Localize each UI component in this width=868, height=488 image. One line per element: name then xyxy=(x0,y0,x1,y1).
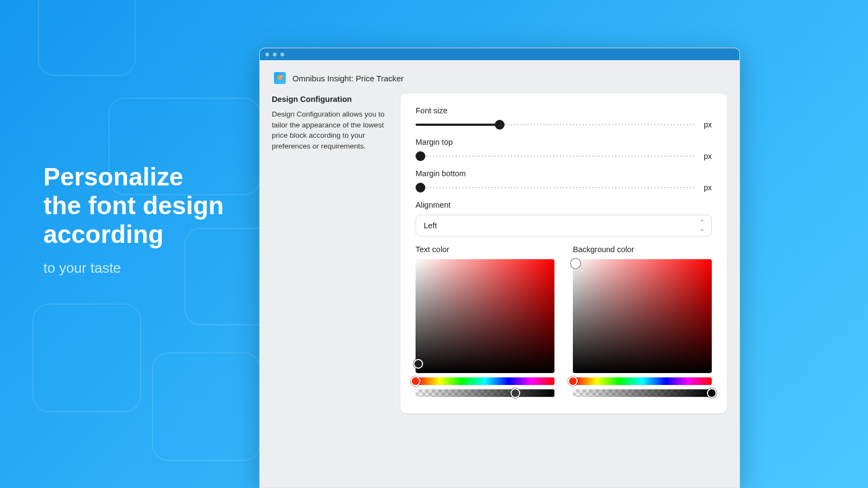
alignment-select[interactable]: Left ⌃⌄ xyxy=(416,215,712,236)
bg-color-field: Background color xyxy=(573,245,712,397)
bg-decor xyxy=(152,352,260,461)
text-color-field: Text color xyxy=(416,245,554,397)
chevron-updown-icon: ⌃⌄ xyxy=(699,219,704,232)
slider-thumb[interactable] xyxy=(416,183,425,192)
unit-label: px xyxy=(704,120,712,129)
hero-copy: Personalize the font design according to… xyxy=(43,163,224,277)
text-color-alpha[interactable] xyxy=(416,389,554,397)
alpha-thumb[interactable] xyxy=(510,388,520,398)
color-picker-thumb[interactable] xyxy=(413,359,423,369)
window-titlebar[interactable] xyxy=(260,48,739,60)
select-value: Left xyxy=(424,221,437,230)
field-label: Alignment xyxy=(416,201,712,209)
hero-line: according xyxy=(43,220,164,248)
section-description: Design Configuration allows you to tailo… xyxy=(272,109,390,151)
bg-color-saturation[interactable] xyxy=(573,259,712,373)
window-dot-close-icon[interactable] xyxy=(265,53,269,56)
app-header: Omnibus Insight: Price Tracker xyxy=(260,60,739,89)
margin-bottom-slider[interactable] xyxy=(416,183,696,192)
config-card: Font size px Margin top xyxy=(400,93,727,414)
hero-line: the font design xyxy=(43,191,224,220)
field-label: Margin top xyxy=(416,138,712,146)
margin-top-field: Margin top px xyxy=(416,138,712,160)
unit-label: px xyxy=(704,183,712,192)
color-picker-thumb[interactable] xyxy=(571,259,580,268)
app-title: Omnibus Insight: Price Tracker xyxy=(292,74,404,83)
slider-thumb[interactable] xyxy=(416,151,425,161)
hero-line: Personalize xyxy=(43,163,183,191)
price-tag-icon xyxy=(274,72,286,84)
section-heading: Design Configuration xyxy=(272,95,390,104)
field-label: Font size xyxy=(416,106,712,115)
unit-label: px xyxy=(704,152,712,160)
font-size-slider[interactable] xyxy=(416,120,696,129)
field-label: Text color xyxy=(416,245,554,254)
window-dot-min-icon[interactable] xyxy=(273,53,277,56)
slider-fill xyxy=(416,124,500,126)
bg-decor xyxy=(33,304,141,412)
slider-thumb[interactable] xyxy=(495,120,505,130)
side-column: Design Configuration Design Configuratio… xyxy=(272,93,390,414)
alpha-thumb[interactable] xyxy=(707,388,717,398)
hue-thumb[interactable] xyxy=(568,376,578,386)
alignment-field: Alignment Left ⌃⌄ xyxy=(416,201,712,236)
text-color-hue[interactable] xyxy=(416,377,554,385)
field-label: Margin bottom xyxy=(416,169,712,178)
hue-thumb[interactable] xyxy=(411,376,420,386)
text-color-saturation[interactable] xyxy=(416,259,554,373)
app-window: Omnibus Insight: Price Tracker Design Co… xyxy=(259,48,740,488)
window-dot-max-icon[interactable] xyxy=(280,53,284,56)
bg-color-hue[interactable] xyxy=(573,377,712,385)
margin-top-slider[interactable] xyxy=(416,152,696,160)
font-size-field: Font size px xyxy=(416,106,712,129)
svg-point-0 xyxy=(280,76,282,78)
bg-decor xyxy=(38,0,136,76)
margin-bottom-field: Margin bottom px xyxy=(416,169,712,192)
bg-color-alpha[interactable] xyxy=(573,389,712,397)
field-label: Background color xyxy=(573,245,712,254)
hero-sub: to your taste xyxy=(43,260,224,277)
